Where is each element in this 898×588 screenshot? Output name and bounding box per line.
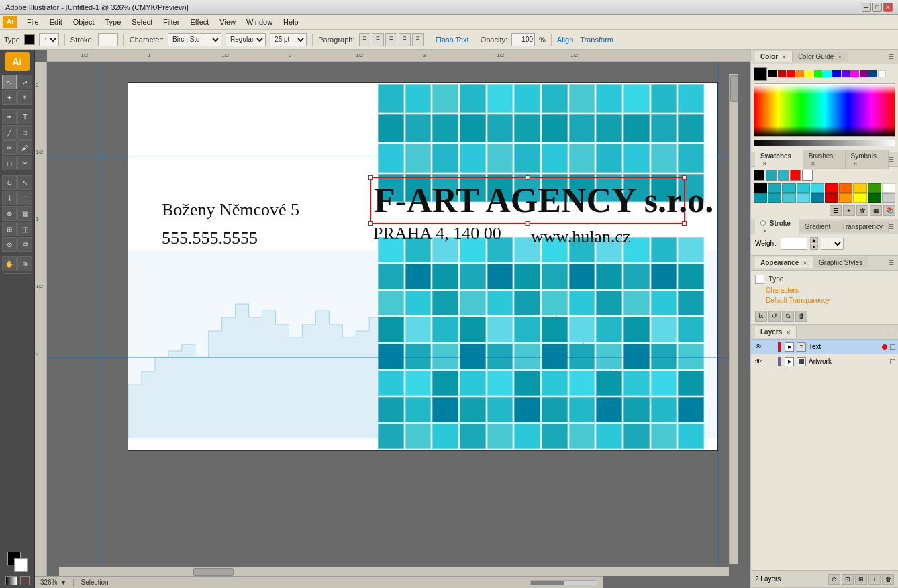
graph-tool[interactable]: ▦ [17,206,32,221]
hand-tool[interactable]: ✋ [2,256,17,271]
gradient-tool[interactable]: ◫ [17,222,32,236]
swatch-orange[interactable] [796,70,805,77]
layer-row-artwork[interactable]: 👁 ▶ ⬛ Artwork [751,354,898,369]
tab-brushes[interactable]: Brushes ✕ [803,150,846,169]
symbol-tool[interactable]: ⊕ [2,206,17,221]
layer-row-text[interactable]: 👁 ▶ T Text [751,340,898,354]
fill-color-swatch[interactable] [24,34,35,45]
menu-view[interactable]: View [214,17,241,28]
swatch-teal1[interactable] [766,170,777,181]
menu-file[interactable]: File [21,17,44,28]
appearance-panel-options[interactable]: ☰ [889,260,894,266]
weight-stepper[interactable]: ▲ ▼ [810,237,818,250]
blend-tool[interactable]: ⧉ [17,237,32,252]
layer-visibility-text[interactable]: 👁 [754,342,763,352]
scissors-tool[interactable]: ✂ [17,156,32,170]
swatch-cyan[interactable] [823,70,832,77]
make-clipping-mask-btn[interactable]: ⊡ [842,574,854,585]
swatch-magenta[interactable] [850,70,859,77]
tab-color[interactable]: Color ✕ [755,51,793,62]
font-size-select[interactable]: 25 pt [270,33,307,46]
pencil-tool[interactable]: ✏ [2,140,17,155]
layers-panel-header[interactable]: Layers ✕ ☰ [751,325,898,340]
sw-15[interactable] [811,193,824,203]
sw-11[interactable] [754,193,767,203]
layer-lock-artwork[interactable] [766,357,775,366]
align-label[interactable]: Align [557,36,573,44]
stroke-panel-header[interactable]: Stroke ✕ Gradient Transparency ☰ [751,219,898,234]
justify-btn[interactable]: ≡ [399,33,411,46]
free-transform-tool[interactable]: ⬚ [17,191,32,205]
locate-object-btn[interactable]: ⊙ [828,574,840,585]
scrollbar-thumb-h[interactable] [193,568,234,576]
menu-window[interactable]: Window [241,17,278,28]
line-tool[interactable]: ╱ [2,125,17,140]
menu-filter[interactable]: Filter [158,17,185,28]
scrollbar-vertical[interactable] [729,74,738,564]
delete-layer-btn[interactable]: 🗑 [882,574,894,585]
menu-edit[interactable]: Edit [44,17,68,28]
eyedropper-tool[interactable]: ⊘ [2,237,17,252]
lasso-tool[interactable]: ⌖ [17,90,32,105]
canvas-content[interactable]: F-ART AGENCY s.r.o. PRAHA 4, 140 00 Bože… [47,62,738,576]
color-spectrum[interactable] [754,83,895,137]
color-swatches-fg-bg[interactable] [7,552,28,572]
align-left-btn[interactable]: ≡ [359,33,371,46]
tab-gradient[interactable]: Gradient [799,221,836,232]
menu-effect[interactable]: Effect [185,17,214,28]
menu-help[interactable]: Help [278,17,304,28]
tab-stroke[interactable]: Stroke ✕ [755,217,799,236]
scrollbar-horizontal[interactable] [59,567,729,576]
tab-transparency[interactable]: Transparency [836,221,889,232]
sw-6[interactable] [825,183,838,193]
color-panel-options[interactable]: ☰ [889,54,894,60]
rotate-tool[interactable]: ↻ [2,175,17,190]
transparency-link[interactable]: Default Transparency [766,297,830,304]
swatch-green[interactable] [814,70,823,77]
justify-all-btn[interactable]: ≡ [412,33,424,46]
sw-1[interactable] [754,183,767,193]
sw-14[interactable] [797,193,810,203]
swatches-panel-options[interactable]: ☰ [889,156,894,163]
pen-tool[interactable]: ✒ [2,109,17,124]
sw-12[interactable] [768,193,781,203]
stroke-panel-options[interactable]: ☰ [889,224,894,230]
add-effect-btn[interactable]: fx [755,311,767,322]
tab-appearance[interactable]: Appearance ✕ [755,257,813,268]
swatch-dark-red[interactable] [778,70,787,77]
swatch-teal2[interactable] [778,170,789,181]
direct-selection-tool[interactable]: ↗ [17,75,32,89]
background-color[interactable] [14,558,28,572]
layer-expand-text[interactable]: ▶ [785,342,794,352]
stroke-input[interactable] [98,33,118,46]
opacity-input[interactable] [511,33,535,46]
tab-symbols[interactable]: Symbols ✕ [846,150,889,169]
zoom-dropdown[interactable]: ▼ [60,579,67,586]
characters-link[interactable]: Characters [766,287,799,294]
layer-target-artwork[interactable] [890,359,895,364]
fill-mode-select[interactable]: ▼ [39,33,59,46]
sw-8[interactable] [853,183,866,193]
close-button[interactable]: ✕ [883,3,893,12]
create-new-sublayer-btn[interactable]: ⊞ [855,574,867,585]
sw-2[interactable] [768,183,781,193]
weight-up[interactable]: ▲ [810,237,818,243]
layers-panel-options[interactable]: ☰ [889,329,894,336]
appearance-characters-item[interactable]: Characters [755,285,894,295]
zoom-tool[interactable]: ⊕ [17,256,32,271]
rectangle-tool[interactable]: □ [17,125,32,140]
gradient-fill[interactable] [5,576,17,585]
sw-17[interactable] [839,193,852,203]
font-family-select[interactable]: Birch Std [168,33,221,46]
tab-layers[interactable]: Layers ✕ [755,326,797,338]
appearance-transparency-item[interactable]: Default Transparency [755,295,894,305]
sw-16[interactable] [825,193,838,203]
maximize-button[interactable]: □ [872,3,882,12]
swatch-black[interactable] [768,70,777,77]
selection-tool[interactable]: ↖ [2,75,17,89]
paintbrush-tool[interactable]: 🖌 [17,140,32,155]
sw-4[interactable] [797,183,810,193]
swatch-libraries-btn[interactable]: 📚 [883,205,895,216]
tab-graphic-styles[interactable]: Graphic Styles [813,257,868,268]
swatches-menu-btn[interactable]: ☰ [830,205,842,216]
